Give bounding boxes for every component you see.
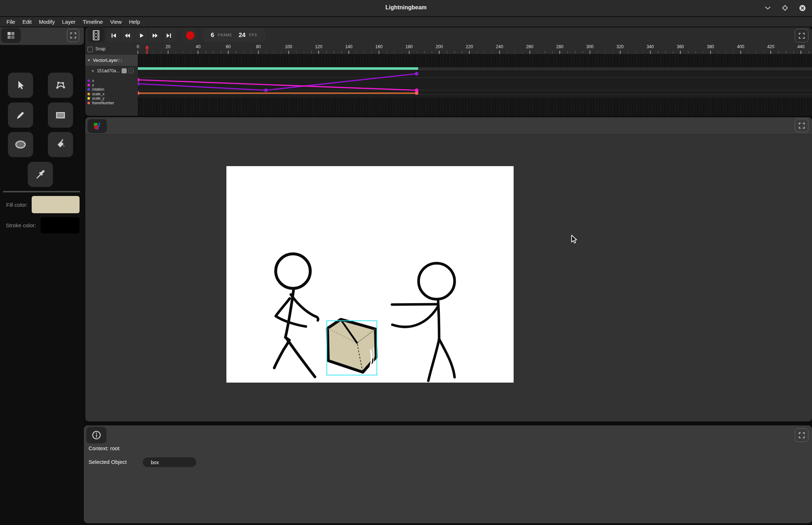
stick-figure-right[interactable] <box>392 263 455 381</box>
keyframe-band-top[interactable] <box>138 54 812 67</box>
tool-sidebar-header <box>0 27 84 45</box>
ruler-major-tick <box>348 51 349 54</box>
menu-item-modify[interactable]: Modify <box>35 17 58 27</box>
object-collapse-triangle-icon[interactable]: ▼ <box>91 69 95 73</box>
sidebar-expand-button[interactable] <box>67 29 79 42</box>
stroke-color-swatch[interactable] <box>41 217 80 233</box>
canvas-panel <box>85 117 812 421</box>
property-label: scale_x <box>92 92 104 96</box>
property-color-dot <box>87 84 90 86</box>
eyedropper-tool-button[interactable] <box>28 162 53 187</box>
ruler-major-tick <box>469 51 470 54</box>
ruler-label-340: 340 <box>646 44 654 49</box>
menu-item-view[interactable]: View <box>107 17 125 27</box>
tool-sidebar: Fill color: Stroke color: <box>0 27 84 525</box>
cursor-arrow-icon <box>569 234 578 245</box>
timeline-ruler[interactable]: 0204060801001201401601802002202402602803… <box>138 44 812 54</box>
ellipse-tool-button[interactable] <box>8 132 33 157</box>
ruler-major-tick <box>228 51 229 54</box>
menu-item-layer[interactable]: Layer <box>58 17 79 27</box>
selected-object-input[interactable]: box <box>143 457 196 467</box>
timeline-panel: 6 FRAME 24 FPS Snap ▼ VectorLayer [L] ▼ … <box>85 27 812 116</box>
eyedropper-icon <box>34 168 46 181</box>
timeline-expand-button[interactable] <box>795 29 808 42</box>
snap-checkbox[interactable] <box>87 47 93 52</box>
window-controls <box>763 3 807 13</box>
menu-item-file[interactable]: File <box>3 17 19 27</box>
object-wave-toggle-button[interactable]: ~ <box>128 68 134 73</box>
transform-path-icon <box>54 79 67 91</box>
ruler-major-tick <box>409 51 410 54</box>
close-icon <box>799 5 806 12</box>
keyframe-x-185[interactable] <box>415 72 419 76</box>
ruler-label-0: 0 <box>137 44 139 49</box>
timeline-tracks[interactable] <box>138 54 812 116</box>
ruler-label-420: 420 <box>767 44 774 49</box>
rectangle-tool-button[interactable] <box>48 102 73 128</box>
ruler-major-tick <box>590 51 590 54</box>
info-button[interactable] <box>86 427 107 443</box>
property-row-x[interactable]: x <box>87 78 114 83</box>
menu-bar: FileEditModifyLayerTimelineViewHelp <box>0 17 812 27</box>
layer-collapse-triangle-icon[interactable]: ▼ <box>87 58 91 62</box>
film-button[interactable] <box>87 28 105 42</box>
keyframe-scale_x-185[interactable] <box>415 91 419 95</box>
property-label: rotation <box>92 87 104 91</box>
select-tool-button[interactable] <box>8 73 33 98</box>
maximize-button[interactable] <box>780 3 790 13</box>
ruler-label-40: 40 <box>196 44 200 49</box>
fill-color-swatch[interactable] <box>32 196 80 213</box>
ruler-major-tick <box>680 51 681 54</box>
selected-object-label: Selected Object <box>89 459 127 465</box>
fill-color-label: Fill color: <box>6 202 28 208</box>
object-solo-button[interactable] <box>122 68 127 73</box>
property-row-rotation[interactable]: rotation <box>87 87 114 92</box>
transform-tool-button[interactable] <box>48 73 73 98</box>
paint-bucket-tool-button[interactable] <box>48 132 73 157</box>
ruler-label-300: 300 <box>586 44 594 49</box>
object-row[interactable]: ▼ 151ad70a... ~ <box>91 67 138 75</box>
ruler-label-360: 360 <box>677 44 684 49</box>
menu-item-timeline[interactable]: Timeline <box>79 17 107 27</box>
close-button[interactable] <box>798 3 807 13</box>
property-row-scale_x[interactable]: scale_x <box>87 92 114 96</box>
layer-span-bar[interactable] <box>138 67 418 70</box>
skip-end-button[interactable] <box>162 28 176 42</box>
play-button[interactable] <box>135 28 148 42</box>
minimize-button[interactable] <box>763 3 772 13</box>
box-object[interactable] <box>328 319 376 372</box>
ruler-label-220: 220 <box>466 44 473 49</box>
drawing-canvas[interactable] <box>226 166 514 383</box>
record-button[interactable] <box>182 28 198 42</box>
property-label: y <box>92 83 94 87</box>
property-row-frameNumber[interactable]: frameNumber <box>87 101 114 105</box>
layer-row-vectorlayer[interactable]: ▼ VectorLayer [L] <box>85 55 138 66</box>
keyframe-x-85[interactable] <box>264 88 268 92</box>
fast-forward-button[interactable] <box>148 28 162 42</box>
keyframe-band-bottom[interactable] <box>138 98 812 116</box>
stick-figure-left[interactable] <box>274 254 318 377</box>
rewind-button[interactable] <box>121 28 134 42</box>
layer-name: VectorLayer <box>93 58 118 63</box>
ruler-major-tick <box>740 51 741 54</box>
expand-icon <box>799 432 805 438</box>
property-row-y[interactable]: y <box>87 83 114 87</box>
inspector-panel: Context: root Selected Object box <box>84 425 812 523</box>
frame-fps-display[interactable]: 6 FRAME 24 FPS <box>202 28 266 42</box>
skip-start-button[interactable] <box>107 28 121 42</box>
property-label: frameNumber <box>92 101 114 105</box>
playhead[interactable] <box>145 45 149 54</box>
pencil-icon <box>15 109 26 121</box>
scene-button[interactable] <box>87 119 107 133</box>
paint-bucket-icon <box>54 138 67 151</box>
panel-grid-button[interactable] <box>1 28 21 43</box>
menu-item-help[interactable]: Help <box>125 17 144 27</box>
object-name: 151ad70a... <box>97 68 119 73</box>
property-row-scale_y[interactable]: scale_y <box>87 96 114 101</box>
pencil-tool-button[interactable] <box>8 102 33 128</box>
menu-item-edit[interactable]: Edit <box>19 17 35 27</box>
canvas-expand-button[interactable] <box>795 119 808 132</box>
skip-start-icon <box>110 32 117 39</box>
inspector-expand-button[interactable] <box>795 428 808 442</box>
layer-suffix: [L] <box>118 58 122 62</box>
